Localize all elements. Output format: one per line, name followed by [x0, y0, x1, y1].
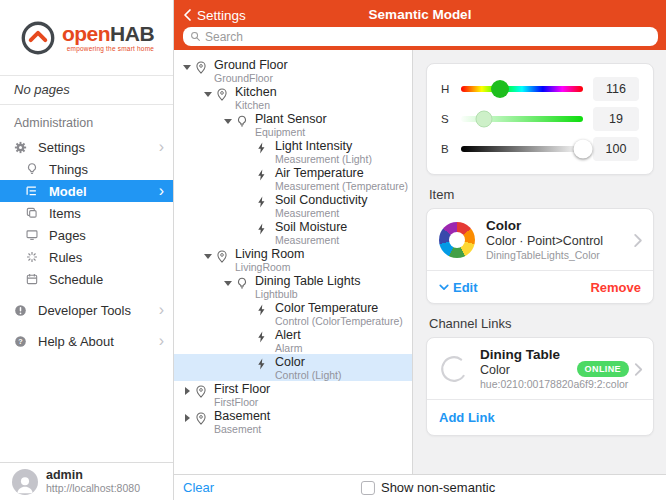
main-area: Settings Semantic Model Ground FloorGrou… [174, 0, 666, 500]
sidebar-item-schedule[interactable]: Schedule [0, 268, 173, 290]
sidebar-item-developer-tools[interactable]: Developer Tools › [0, 299, 173, 321]
page-title: Semantic Model [174, 7, 666, 22]
brightness-slider[interactable] [461, 146, 583, 152]
user-account[interactable]: admin http://localhost:8080 [0, 462, 173, 500]
hue-value[interactable]: 116 [593, 77, 639, 101]
expander-down-icon[interactable] [201, 248, 215, 264]
sidebar-item-label: Items [49, 206, 81, 221]
tree-node-plant-sensor[interactable]: Plant SensorEquipment [174, 111, 412, 138]
location-pin-icon [215, 248, 235, 264]
saturation-value[interactable]: 19 [593, 107, 639, 131]
location-pin-icon [215, 86, 235, 102]
user-url: http://localhost:8080 [46, 482, 140, 494]
expander-right-icon[interactable] [180, 410, 194, 426]
channel-links-card: Dining Table Color hue:0210:00178820a6f9… [426, 337, 654, 436]
expander-right-icon[interactable] [180, 383, 194, 399]
color-picker-card: H 116 S 19 B 100 [426, 63, 654, 175]
expander-down-icon[interactable] [180, 59, 194, 75]
bolt-icon [255, 356, 275, 372]
bolt-icon [255, 194, 275, 210]
item-card: Color Color · Point>Control DiningTableL… [426, 208, 654, 304]
expander-down-icon[interactable] [221, 275, 235, 291]
saturation-slider-row: S 19 [441, 104, 639, 134]
clear-button[interactable]: Clear [183, 480, 214, 495]
openhab-app: openHAB empowering the smart home No pag… [0, 0, 666, 500]
sidebar-item-label: Things [49, 162, 88, 177]
tree-node-basement[interactable]: BasementBasement [174, 408, 412, 435]
location-pin-icon [194, 59, 214, 75]
sidebar-item-label: Pages [49, 228, 86, 243]
channel-link-row[interactable]: Dining Table Color hue:0210:00178820a6f9… [427, 338, 653, 399]
sidebar-item-label: Model [49, 184, 87, 199]
sidebar-item-help-about[interactable]: ? Help & About › [0, 330, 173, 352]
tree-footer-bar: Clear Show non-semantic [174, 474, 666, 500]
sidebar-item-model[interactable]: Model › [0, 180, 173, 202]
sidebar: openHAB empowering the smart home No pag… [0, 0, 174, 500]
expander-down-icon[interactable] [221, 113, 235, 129]
sidebar-item-label: Help & About [38, 334, 114, 349]
sidebar-item-label: Rules [49, 250, 82, 265]
expander-down-icon[interactable] [201, 86, 215, 102]
color-wheel-icon [439, 222, 475, 258]
tree-node-air-temperature[interactable]: Air TemperatureMeasurement (Temperature) [174, 165, 412, 192]
brightness-value[interactable]: 100 [593, 137, 639, 161]
tree-node-soil-moisture[interactable]: Soil MoistureMeasurement [174, 219, 412, 246]
brightness-slider-knob[interactable] [574, 140, 593, 159]
hue-slider[interactable] [461, 86, 583, 92]
detail-panel: H 116 S 19 B 100 Item [413, 50, 666, 474]
sidebar-item-rules[interactable]: Rules [0, 246, 173, 268]
item-type: Color · Point>Control [486, 234, 622, 249]
sidebar-item-things[interactable]: Things [0, 158, 173, 180]
edit-button[interactable]: Edit [439, 280, 478, 295]
gear-icon [12, 139, 29, 156]
user-name: admin [46, 469, 140, 482]
tree-node-dining-table-lights[interactable]: Dining Table LightsLightbulb [174, 273, 412, 300]
item-section-label: Item [429, 187, 654, 202]
status-badge: ONLINE [577, 361, 629, 377]
saturation-slider-knob[interactable] [476, 111, 493, 128]
bolt-icon [255, 302, 275, 318]
tree-node-alert[interactable]: AlertAlarm [174, 327, 412, 354]
bolt-icon [255, 140, 275, 156]
item-row[interactable]: Color Color · Point>Control DiningTableL… [427, 209, 653, 270]
hue-slider-knob[interactable] [491, 80, 509, 98]
copy-icon [23, 205, 40, 222]
search-input[interactable] [205, 30, 658, 44]
show-non-semantic-toggle[interactable]: Show non-semantic [361, 480, 495, 495]
bolt-icon [255, 167, 275, 183]
sidebar-item-label: Developer Tools [38, 303, 131, 318]
tree-node-light-intensity[interactable]: Light IntensityMeasurement (Light) [174, 138, 412, 165]
show-non-semantic-label: Show non-semantic [381, 480, 495, 495]
tree-node-ground-floor[interactable]: Ground FloorGroundFloor [174, 57, 412, 84]
no-pages-label: No pages [0, 76, 173, 105]
channel-title: Dining Table [480, 347, 566, 363]
channel-id: hue:0210:00178820a6f9:2:color [480, 378, 566, 391]
administration-section-label: Administration [0, 105, 173, 136]
equipment-lightbulb-icon [235, 113, 255, 129]
tree-node-color-temperature[interactable]: Color TemperatureControl (ColorTemperatu… [174, 300, 412, 327]
tree-node-soil-conductivity[interactable]: Soil ConductivityMeasurement [174, 192, 412, 219]
semantic-tree: Ground FloorGroundFloor KitchenKitchen P… [174, 50, 413, 474]
item-name: DiningTableLights_Color [486, 249, 622, 262]
tree-node-color-selected[interactable]: ColorControl (Light) [174, 354, 412, 381]
sidebar-item-settings[interactable]: Settings › [0, 136, 173, 158]
sidebar-item-label: Schedule [49, 272, 103, 287]
chevron-right-icon [633, 233, 643, 248]
tree-node-kitchen[interactable]: KitchenKitchen [174, 84, 412, 111]
tree-node-first-floor[interactable]: First FloorFirstFloor [174, 381, 412, 408]
openhab-logo: openHAB empowering the smart home [0, 0, 173, 76]
checkbox-unchecked-icon[interactable] [361, 481, 375, 495]
add-link-button[interactable]: Add Link [427, 400, 653, 435]
sidebar-item-items[interactable]: Items [0, 202, 173, 224]
chevron-right-icon: › [159, 301, 173, 319]
item-title: Color [486, 218, 622, 234]
saturation-slider[interactable] [461, 116, 583, 122]
chevron-right-icon: › [159, 332, 173, 350]
sidebar-item-pages[interactable]: Pages [0, 224, 173, 246]
bolt-icon [255, 329, 275, 345]
remove-button[interactable]: Remove [590, 280, 641, 295]
developer-tools-icon [12, 302, 29, 319]
tree-node-living-room[interactable]: Living RoomLivingRoom [174, 246, 412, 273]
lightbulb-icon [23, 161, 40, 178]
brand-wordmark: openHAB [62, 24, 154, 44]
